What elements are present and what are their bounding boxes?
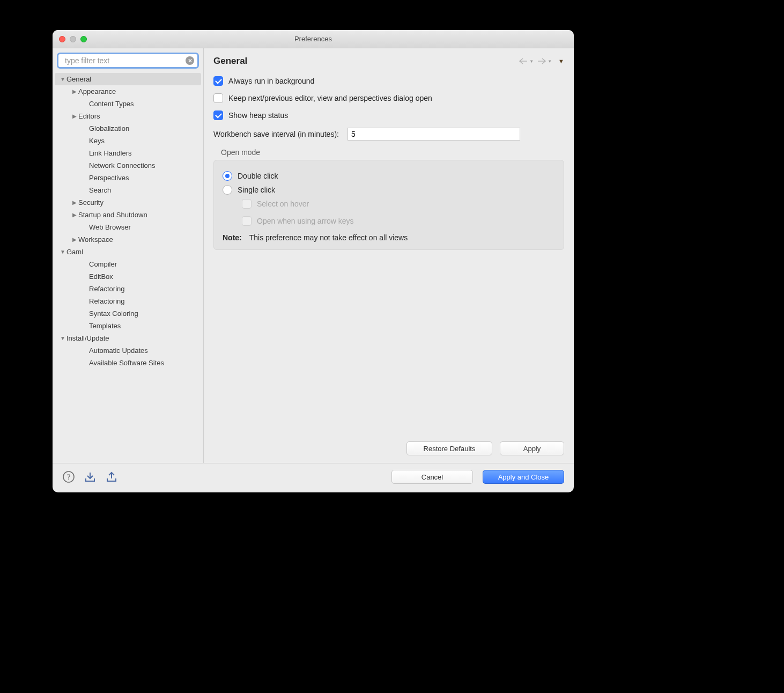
tree-node-syntax-coloring[interactable]: Syntax Coloring	[55, 307, 201, 320]
sidebar: ✕ ▼General ▶Appearance Content Types ▶Ed…	[53, 48, 204, 463]
tree-node-editors[interactable]: ▶Editors	[55, 110, 201, 122]
tree-node-refactoring-2[interactable]: Refactoring	[55, 295, 201, 307]
open-arrow-keys-checkbox	[242, 216, 252, 226]
import-icon[interactable]	[84, 470, 97, 483]
tree-node-editbox[interactable]: EditBox	[55, 270, 201, 283]
apply-button[interactable]: Apply	[500, 441, 564, 455]
keep-dialog-open-checkbox[interactable]	[213, 93, 223, 103]
select-on-hover-label: Select on hover	[257, 200, 309, 208]
tree-node-workspace[interactable]: ▶Workspace	[55, 233, 201, 246]
single-click-radio[interactable]	[223, 185, 232, 195]
help-icon[interactable]: ?	[62, 470, 75, 483]
tree-node-keys[interactable]: Keys	[55, 135, 201, 147]
save-interval-input[interactable]	[347, 128, 520, 141]
tree-node-automatic-updates[interactable]: Automatic Updates	[55, 344, 201, 357]
note-label: Note:	[223, 233, 242, 242]
disclosure-right-icon: ▶	[71, 89, 78, 94]
tree-node-compiler[interactable]: Compiler	[55, 258, 201, 270]
open-arrow-keys-label: Open when using arrow keys	[257, 217, 354, 225]
content-pane: General ▼ ▼ ▼	[204, 48, 574, 463]
save-interval-label: Workbench save interval (in minutes):	[213, 130, 339, 138]
select-on-hover-checkbox	[242, 199, 252, 209]
tree-node-gaml[interactable]: ▼Gaml	[55, 246, 201, 258]
tree-node-templates[interactable]: Templates	[55, 320, 201, 332]
show-heap-status-label: Show heap status	[228, 111, 288, 120]
chevron-down-icon: ▼	[529, 59, 534, 64]
single-click-label: Single click	[238, 186, 275, 194]
tree-node-link-handlers[interactable]: Link Handlers	[55, 147, 201, 159]
double-click-label: Double click	[238, 172, 278, 180]
clear-icon[interactable]: ✕	[186, 56, 194, 65]
tree-node-security[interactable]: ▶Security	[55, 196, 201, 209]
keep-dialog-open-label: Keep next/previous editor, view and pers…	[228, 94, 432, 102]
disclosure-down-icon: ▼	[59, 249, 66, 255]
preferences-tree[interactable]: ▼General ▶Appearance Content Types ▶Edit…	[53, 72, 203, 463]
page-title: General	[213, 56, 247, 67]
tree-node-content-types[interactable]: Content Types	[55, 98, 201, 110]
disclosure-right-icon: ▶	[71, 212, 78, 218]
dialog-footer: ? Cancel Apply and Close	[53, 463, 574, 492]
menu-icon[interactable]: ▼	[558, 58, 564, 64]
chevron-down-icon: ▼	[548, 59, 552, 64]
svg-text:?: ?	[67, 473, 70, 481]
disclosure-down-icon: ▼	[59, 335, 66, 341]
tree-node-search[interactable]: Search	[55, 184, 201, 196]
tree-node-network-connections[interactable]: Network Connections	[55, 159, 201, 172]
export-icon[interactable]	[105, 470, 118, 483]
disclosure-right-icon: ▶	[71, 113, 78, 119]
cancel-button[interactable]: Cancel	[391, 470, 473, 484]
nav-back-button[interactable]: ▼	[519, 57, 534, 65]
open-mode-group: Open mode Double click Single click S	[213, 148, 564, 250]
tree-node-available-sites[interactable]: Available Software Sites	[55, 357, 201, 369]
note-text: This preference may not take effect on a…	[249, 233, 408, 242]
tree-node-general[interactable]: ▼General	[55, 73, 201, 85]
tree-node-globalization[interactable]: Globalization	[55, 122, 201, 135]
preferences-window: Preferences ✕ ▼General ▶Appearance Conte…	[53, 30, 574, 492]
filter-search-field[interactable]: ✕	[57, 53, 199, 69]
titlebar: Preferences	[53, 30, 574, 48]
always-run-background-label: Always run in background	[228, 77, 314, 85]
nav-forward-button[interactable]: ▼	[537, 57, 552, 65]
show-heap-status-checkbox[interactable]	[213, 110, 223, 120]
tree-node-refactoring-1[interactable]: Refactoring	[55, 283, 201, 295]
restore-defaults-button[interactable]: Restore Defaults	[406, 441, 492, 455]
filter-search-input[interactable]	[64, 56, 186, 65]
always-run-background-checkbox[interactable]	[213, 76, 223, 86]
tree-node-install-update[interactable]: ▼Install/Update	[55, 332, 201, 344]
tree-node-perspectives[interactable]: Perspectives	[55, 172, 201, 184]
arrow-right-icon	[537, 57, 546, 65]
tree-node-startup-shutdown[interactable]: ▶Startup and Shutdown	[55, 209, 201, 221]
disclosure-right-icon: ▶	[71, 237, 78, 242]
double-click-radio[interactable]	[223, 171, 232, 181]
content-header: General ▼ ▼ ▼	[204, 48, 574, 73]
tree-node-web-browser[interactable]: Web Browser	[55, 221, 201, 233]
disclosure-right-icon: ▶	[71, 200, 78, 205]
disclosure-down-icon: ▼	[59, 76, 66, 82]
tree-node-appearance[interactable]: ▶Appearance	[55, 85, 201, 98]
window-title: Preferences	[53, 35, 574, 43]
apply-and-close-button[interactable]: Apply and Close	[483, 470, 564, 484]
open-mode-legend: Open mode	[221, 148, 564, 157]
arrow-left-icon	[519, 57, 528, 65]
